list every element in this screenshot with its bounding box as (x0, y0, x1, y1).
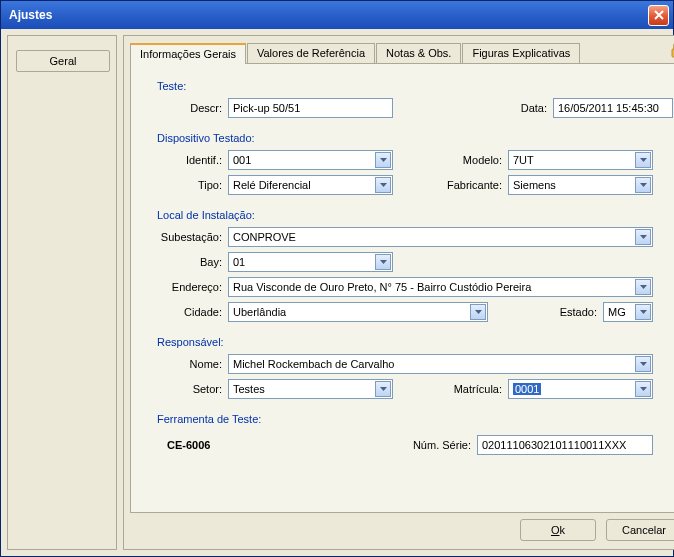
button-row: Ok Cancelar (520, 519, 674, 541)
chevron-down-icon (635, 152, 651, 168)
nome-combo[interactable]: Michel Rockembach de Carvalho (228, 354, 653, 374)
left-panel: Geral (7, 35, 117, 550)
setor-combo[interactable]: Testes (228, 379, 393, 399)
data-input[interactable] (553, 98, 673, 118)
titlebar: Ajustes (1, 1, 673, 29)
chevron-down-icon (635, 304, 651, 320)
cidade-combo[interactable]: Uberlândia (228, 302, 488, 322)
tab-figuras-explicativas[interactable]: Figuras Explicativas (462, 43, 580, 63)
tab-body: Teste: Descr: Data: Dispositivo Testado:… (130, 63, 674, 513)
cidade-label: Cidade: (145, 306, 228, 318)
chevron-down-icon (375, 177, 391, 193)
fabricante-combo[interactable]: Siemens (508, 175, 653, 195)
estado-label: Estado: (488, 306, 603, 318)
right-panel: Informações Gerais Valores de Referência… (123, 35, 674, 550)
fabricante-label: Fabricante: (393, 179, 508, 191)
section-dispositivo: Dispositivo Testado: (157, 132, 673, 144)
chevron-down-icon (635, 279, 651, 295)
matricula-label: Matrícula: (393, 383, 508, 395)
lock-icon[interactable] (670, 42, 674, 60)
modelo-label: Modelo: (393, 154, 508, 166)
section-ferramenta: Ferramenta de Teste: (157, 413, 673, 425)
tool-model: CE-6006 (167, 439, 287, 451)
chevron-down-icon (635, 177, 651, 193)
chevron-down-icon (375, 254, 391, 270)
close-button[interactable] (648, 5, 669, 26)
section-responsavel: Responsável: (157, 336, 673, 348)
window-title: Ajustes (9, 8, 648, 22)
tipo-combo[interactable]: Relé Diferencial (228, 175, 393, 195)
tab-notas-obs[interactable]: Notas & Obs. (376, 43, 461, 63)
tabs-row: Informações Gerais Valores de Referência… (124, 36, 674, 63)
geral-button[interactable]: Geral (16, 50, 110, 72)
chevron-down-icon (375, 381, 391, 397)
matricula-value: 0001 (513, 383, 541, 395)
close-icon (654, 10, 664, 20)
bay-combo[interactable]: 01 (228, 252, 393, 272)
identif-label: Identif.: (145, 154, 228, 166)
bay-label: Bay: (145, 256, 228, 268)
chevron-down-icon (635, 229, 651, 245)
subestacao-label: Subestação: (145, 231, 228, 243)
ajustes-window: Ajustes Geral Informações Gerais Valores… (0, 0, 674, 557)
identif-combo[interactable]: 001 (228, 150, 393, 170)
serie-label: Núm. Série: (287, 439, 477, 451)
section-teste: Teste: (157, 80, 673, 92)
cancel-button[interactable]: Cancelar (606, 519, 674, 541)
chevron-down-icon (375, 152, 391, 168)
tab-informacoes-gerais[interactable]: Informações Gerais (130, 43, 246, 64)
descr-input[interactable] (228, 98, 393, 118)
subestacao-combo[interactable]: CONPROVE (228, 227, 653, 247)
estado-combo[interactable]: MG (603, 302, 653, 322)
modelo-combo[interactable]: 7UT (508, 150, 653, 170)
matricula-combo[interactable]: 0001 (508, 379, 653, 399)
endereco-label: Endereço: (145, 281, 228, 293)
endereco-combo[interactable]: Rua Visconde de Ouro Preto, N° 75 - Bair… (228, 277, 653, 297)
data-label: Data: (393, 102, 553, 114)
chevron-down-icon (470, 304, 486, 320)
tab-valores-referencia[interactable]: Valores de Referência (247, 43, 375, 63)
setor-label: Setor: (145, 383, 228, 395)
content-area: Geral Informações Gerais Valores de Refe… (1, 29, 673, 556)
tipo-label: Tipo: (145, 179, 228, 191)
chevron-down-icon (635, 381, 651, 397)
descr-label: Descr: (145, 102, 228, 114)
section-local: Local de Instalação: (157, 209, 673, 221)
nome-label: Nome: (145, 358, 228, 370)
chevron-down-icon (635, 356, 651, 372)
ok-button[interactable]: Ok (520, 519, 596, 541)
serie-input[interactable] (477, 435, 653, 455)
